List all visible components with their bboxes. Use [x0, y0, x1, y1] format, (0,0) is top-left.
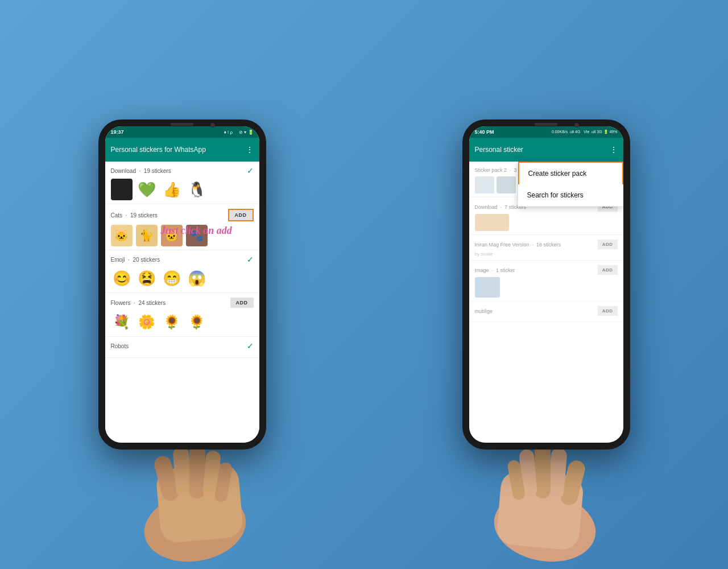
status-icons-left: ♦ ! ρ ⊘ ▾ 🔋 [224, 130, 254, 135]
cat-sticker-2: 🐈 [136, 225, 158, 246]
right-pack-title-3: Iniran Mag Free Version · 16 stickers [475, 242, 561, 248]
add-button-flowers[interactable]: ADD [230, 298, 254, 308]
left-phone: 19:37 ♦ ! ρ ⊘ ▾ 🔋 Personal stickers for … [98, 119, 266, 450]
menu-icon-right[interactable]: ⋮ [610, 145, 618, 154]
right-pack-subtitle-3: by simlar [475, 251, 493, 257]
sticker-thumb-2: 💚 [136, 179, 158, 200]
right-sticker-row-3: by simlar [475, 251, 618, 257]
app-content-left: Download · 19 stickers ✓ 💚 👍 🐧 [105, 162, 259, 443]
right-pack-4: Image · 1 sticker ADD [469, 261, 623, 302]
sticker-row-download: 💚 👍 🐧 [111, 179, 254, 200]
pack-check-download: ✓ [247, 166, 254, 175]
emoji-4: 😱 [186, 267, 208, 289]
add-button-cats[interactable]: ADD [228, 209, 254, 221]
add-btn-right-5[interactable]: ADD [598, 306, 618, 316]
app-bar-left: Personal stickers for WhatsApp ⋮ [105, 138, 259, 162]
right-sticker-row-4 [475, 277, 618, 298]
status-time-left: 19:37 [111, 129, 124, 135]
right-sticker-row-2 [475, 214, 618, 231]
sticker-thumb-3: 👍 [161, 179, 183, 200]
sticker-pack-download: Download · 19 stickers ✓ 💚 👍 🐧 [105, 162, 259, 204]
menu-icon-left[interactable]: ⋮ [246, 145, 254, 154]
sticker-thumb-1 [111, 179, 133, 200]
pack-title-flowers: Flowers · 24 stickers [111, 300, 166, 306]
pack-check-emoji: ✓ [247, 255, 254, 264]
right-pack-5: mublige ADD [469, 302, 623, 322]
pack-check-robots: ✓ [247, 341, 254, 351]
sticker-thumb-4: 🐧 [186, 179, 208, 200]
right-pack-3: Iniran Mag Free Version · 16 stickers AD… [469, 235, 623, 261]
dropdown-menu: Create sticker pack Search for stickers [518, 162, 623, 207]
status-info-right: 0.00KB/s .ull 4G Vle .ull 3G 🔋 49% [552, 130, 618, 134]
pack-title-emoji: Emoji · 20 stickers [111, 257, 160, 263]
app-title-right: Personal sticker [475, 146, 610, 154]
right-phone-wrapper: 5:40 PM 0.00KB/s .ull 4G Vle .ull 3G 🔋 4… [462, 119, 630, 450]
pack-title-robots: Robots [111, 343, 129, 349]
add-btn-right-4[interactable]: ADD [598, 265, 618, 275]
cat-sticker-1: 🐱 [111, 225, 133, 246]
status-bar-right: 5:40 PM 0.00KB/s .ull 4G Vle .ull 3G 🔋 4… [469, 126, 623, 138]
app-bar-right: Personal sticker ⋮ [469, 138, 623, 162]
flower-4: 🌻 [186, 311, 208, 333]
emoji-2: 😫 [136, 267, 158, 289]
flower-3: 🌻 [161, 311, 183, 333]
status-bar-left: 19:37 ♦ ! ρ ⊘ ▾ 🔋 [105, 126, 259, 138]
phone-speaker-left [171, 123, 193, 126]
phone-speaker-right [535, 123, 557, 126]
sticker-pack-flowers: Flowers · 24 stickers ADD 💐 🌼 🌻 🌻 [105, 293, 259, 337]
right-sticker-4a [475, 277, 500, 298]
flower-2: 🌼 [136, 311, 158, 333]
svg-rect-4 [189, 444, 205, 498]
phone-camera-left [210, 123, 215, 127]
emoji-1: 😊 [111, 267, 133, 289]
sticker-pack-robots: Robots ✓ [105, 337, 259, 358]
status-time-right: 5:40 PM [475, 129, 494, 135]
phone-camera-right [574, 123, 579, 127]
right-phone: 5:40 PM 0.00KB/s .ull 4G Vle .ull 3G 🔋 4… [462, 119, 630, 450]
sticker-pack-emoji: Emoji · 20 stickers ✓ 😊 😫 😁 😱 [105, 250, 259, 293]
sticker-row-flowers: 💐 🌼 🌻 🌻 [111, 311, 254, 333]
flower-1: 💐 [111, 311, 133, 333]
pack-title-cats: Cats · 19 stickers [111, 212, 158, 218]
pack-title-download: Download · 19 stickers [111, 168, 171, 174]
left-phone-wrapper: Just click on add 19:37 ♦ ! ρ ⊘ ▾ 🔋 Pers… [98, 119, 266, 450]
right-pack-title-5: mublige [475, 308, 493, 314]
app-title-left: Personal stickers for WhatsApp [111, 146, 246, 154]
emoji-3: 😁 [161, 267, 183, 289]
dropdown-item-create[interactable]: Create sticker pack [518, 162, 623, 184]
right-pack-title-4: Image · 1 sticker [475, 267, 515, 273]
right-sticker-1b [497, 176, 516, 193]
add-btn-right-3[interactable]: ADD [598, 240, 618, 249]
sticker-row-emoji: 😊 😫 😁 😱 [111, 267, 254, 289]
right-sticker-2a [475, 214, 509, 231]
annotation-text: Just click on add [160, 225, 232, 237]
right-sticker-1a [475, 176, 494, 193]
dropdown-item-search[interactable]: Search for stickers [518, 184, 623, 207]
